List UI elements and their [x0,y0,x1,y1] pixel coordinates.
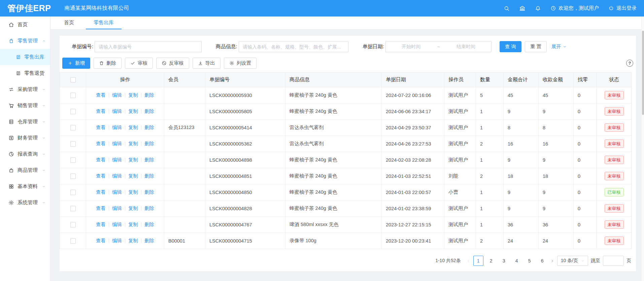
date-range-picker[interactable]: 开始时间 ~ 结束时间 [385,41,492,52]
row-checkbox[interactable] [70,206,76,211]
row-checkbox[interactable] [70,222,76,227]
page-button-5[interactable]: 5 [524,256,535,266]
edit-link[interactable]: 编辑 [112,157,122,163]
page-button-1[interactable]: 1 [473,256,483,266]
view-link[interactable]: 查看 [96,238,106,244]
row-checkbox[interactable] [70,141,76,147]
row-checkbox[interactable] [70,157,76,163]
scrollbar-thumb[interactable] [642,31,644,115]
delete-link[interactable]: 删除 [144,238,154,244]
view-link[interactable]: 查看 [96,205,106,212]
sidebar-item-3[interactable]: 零售退货 [0,65,50,81]
copy-link[interactable]: 复制 [128,140,138,147]
row-checkbox[interactable] [70,125,76,130]
edit-link[interactable]: 编辑 [112,189,122,195]
column-settings-button[interactable]: 列设置 [224,58,257,69]
edit-link[interactable]: 编辑 [112,92,122,98]
page-button-2[interactable]: 2 [486,256,496,266]
sidebar-item-0[interactable]: 首页 [0,17,50,33]
edit-link[interactable]: 编辑 [112,140,122,147]
action-cell: 查看编辑复制删除 [86,233,164,249]
product-cell: 蜂蜜柚子茶 240g 黄色 [285,152,382,168]
delete-link[interactable]: 删除 [144,189,154,195]
sidebar-item-11[interactable]: 系统管理 [0,194,50,211]
scrollbar[interactable] [641,17,644,281]
copy-link[interactable]: 复制 [128,238,138,244]
sidebar-item-7[interactable]: 财务管理 [0,130,50,146]
copy-link[interactable]: 复制 [128,108,138,115]
bell-icon[interactable] [535,5,541,11]
handbag-icon [8,167,14,173]
sidebar-item-5[interactable]: 销售管理 [0,97,50,114]
copy-link[interactable]: 复制 [128,124,138,131]
top-header: 管伊佳ERP 南通某某网络科技有限公司 欢迎您，测试用户 退出登录 [0,0,644,17]
audit-button[interactable]: 审核 [125,58,153,69]
welcome-user[interactable]: 欢迎您，测试用户 [550,5,599,11]
view-link[interactable]: 查看 [96,221,106,228]
view-link[interactable]: 查看 [96,108,106,115]
edit-link[interactable]: 编辑 [112,221,122,228]
page-button-4[interactable]: 4 [512,256,522,266]
edit-link[interactable]: 编辑 [112,173,122,179]
copy-link[interactable]: 复制 [128,205,138,212]
copy-link[interactable]: 复制 [128,173,138,179]
tab-0[interactable]: 首页 [56,17,82,29]
row-checkbox[interactable] [70,109,76,114]
sidebar-item-10[interactable]: 基本资料 [0,178,50,194]
row-checkbox[interactable] [70,93,76,98]
page-size-select[interactable]: 10 条/页 [557,256,588,266]
delete-link[interactable]: 删除 [144,140,154,147]
delete-button[interactable]: 删除 [94,58,122,69]
copy-link[interactable]: 复制 [128,157,138,163]
delete-link[interactable]: 删除 [144,173,154,179]
add-button[interactable]: 新增 [62,58,90,69]
tab-1[interactable]: 零售出库 [86,17,122,29]
copy-link[interactable]: 复制 [128,189,138,195]
delete-link[interactable]: 删除 [144,221,154,228]
edit-link[interactable]: 编辑 [112,205,122,212]
copy-link[interactable]: 复制 [128,221,138,228]
row-checkbox[interactable] [70,174,76,179]
prev-page-button[interactable] [466,259,471,263]
expand-link[interactable]: 展开 [551,43,567,50]
page-button-6[interactable]: 6 [537,256,547,266]
logout-button[interactable]: 退出登录 [608,5,637,11]
sidebar-item-9[interactable]: 商品管理 [0,162,50,178]
filter-bar: 单据编号: 商品信息: 单据日期: 开始时间 ~ 结束时间 查 询 重 置 展开 [60,36,636,58]
view-link[interactable]: 查看 [96,173,106,179]
edit-link[interactable]: 编辑 [112,108,122,115]
delete-link[interactable]: 删除 [144,92,154,98]
select-all-checkbox[interactable] [70,77,76,83]
view-link[interactable]: 查看 [96,140,106,147]
delete-link[interactable]: 删除 [144,124,154,131]
next-page-button[interactable] [550,259,554,263]
delete-link[interactable]: 删除 [144,108,154,115]
sidebar-item-8[interactable]: 报表查询 [0,146,50,162]
export-button[interactable]: 导出 [193,58,221,69]
sidebar-item-2[interactable]: 零售出库 [0,49,50,65]
search-icon[interactable] [504,5,510,11]
bank-icon[interactable] [519,5,526,11]
delete-link[interactable]: 删除 [144,157,154,163]
edit-link[interactable]: 编辑 [112,238,122,244]
view-link[interactable]: 查看 [96,189,106,195]
reset-button[interactable]: 重 置 [525,41,547,52]
copy-link[interactable]: 复制 [128,92,138,98]
delete-link[interactable]: 删除 [144,205,154,212]
sidebar-item-6[interactable]: 仓库管理 [0,114,50,130]
edit-link[interactable]: 编辑 [112,124,122,131]
sidebar-item-4[interactable]: 采购管理 [0,81,50,97]
page-button-3[interactable]: 3 [499,256,509,266]
view-link[interactable]: 查看 [96,92,106,98]
unaudit-button[interactable]: 反审核 [156,58,189,69]
product-info-input[interactable] [239,41,348,52]
view-link[interactable]: 查看 [96,157,106,163]
row-checkbox[interactable] [70,238,76,244]
help-icon[interactable]: ? [626,60,633,67]
bill-no-input[interactable] [95,41,202,52]
sidebar-item-1[interactable]: 零售管理 [0,33,50,49]
jump-input[interactable] [603,256,624,266]
row-checkbox[interactable] [70,190,76,195]
search-button[interactable]: 查 询 [500,41,521,52]
view-link[interactable]: 查看 [96,124,106,131]
